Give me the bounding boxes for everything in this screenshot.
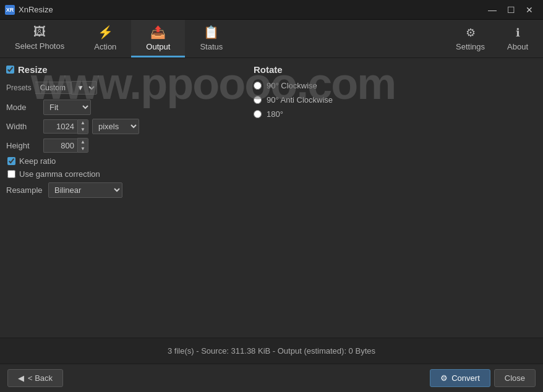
convert-button[interactable]: ⚙ Convert [430, 369, 490, 387]
output-icon: 📤 [150, 25, 166, 40]
tab-action-label: Action [94, 42, 116, 51]
width-input[interactable] [43, 119, 77, 134]
gamma-row: Use gamma correction [7, 169, 235, 179]
width-spin-buttons: ▲ ▼ [77, 119, 88, 134]
close-window-button[interactable]: ✕ [521, 3, 538, 17]
footer-right-buttons: ⚙ Convert Close [430, 369, 536, 387]
about-icon: ℹ [516, 26, 520, 40]
tab-output[interactable]: 📤 Output [131, 20, 185, 58]
width-row: Width ▲ ▼ pixels percent cm inches [6, 119, 235, 134]
action-icon: ⚡ [98, 25, 113, 40]
mode-label: Mode [6, 103, 43, 112]
width-increment[interactable]: ▲ [78, 120, 88, 127]
height-decrement[interactable]: ▼ [78, 145, 88, 152]
content-area: Resize Presets Custom ▼ Mode Fit Stretch… [0, 58, 543, 338]
keep-ratio-row: Keep ratio [7, 156, 235, 166]
navbar: 🖼 Select Photos ⚡ Action 📤 Output 📋 Stat… [0, 20, 543, 58]
resize-checkbox[interactable] [6, 66, 14, 74]
navbar-right: ⚙ Settings ℹ About [446, 20, 543, 58]
height-increment[interactable]: ▲ [78, 138, 88, 145]
keep-ratio-checkbox[interactable] [7, 157, 15, 165]
height-row: Height ▲ ▼ [6, 138, 235, 153]
rotate-90cw-label: 90° Clockwise [267, 81, 317, 90]
height-spinner: ▲ ▼ [43, 138, 88, 153]
tab-output-label: Output [146, 42, 170, 51]
settings-button[interactable]: ⚙ Settings [446, 26, 495, 51]
mode-select[interactable]: Fit Stretch Crop Canvas [43, 100, 91, 115]
rotate-90cw-row: 90° Clockwise [254, 81, 537, 90]
resize-section-header: Resize [6, 64, 235, 75]
width-spinner: ▲ ▼ [43, 119, 88, 134]
about-label: About [507, 42, 528, 51]
settings-icon: ⚙ [466, 26, 476, 40]
tab-select-photos[interactable]: 🖼 Select Photos [0, 20, 79, 58]
height-label: Height [6, 141, 43, 150]
presets-dropdown[interactable]: ▼ [71, 81, 97, 95]
tab-action[interactable]: ⚡ Action [79, 20, 131, 58]
width-label: Width [6, 122, 43, 131]
minimize-button[interactable]: — [484, 3, 501, 17]
rotate-section-title: Rotate [254, 64, 537, 75]
resample-label: Resample [6, 185, 43, 195]
custom-label[interactable]: Custom [35, 82, 71, 94]
convert-icon: ⚙ [440, 373, 448, 383]
footer-bar: ◀ < Back ⚙ Convert Close [0, 364, 543, 392]
presets-label: Presets [6, 83, 32, 92]
back-icon: ◀ [18, 373, 24, 383]
status-icon: 📋 [203, 25, 219, 40]
resample-select[interactable]: Bilinear Bicubic Lanczos Nearest [48, 182, 122, 198]
rotate-90cw-radio[interactable] [254, 82, 262, 90]
back-label: < Back [28, 373, 53, 383]
mode-row: Mode Fit Stretch Crop Canvas [6, 100, 235, 115]
rotate-180-radio[interactable] [254, 110, 262, 118]
close-button[interactable]: Close [494, 369, 536, 387]
presets-row: Presets Custom ▼ [6, 81, 235, 95]
rotate-90acw-row: 90° Anti Clockwise [254, 95, 537, 104]
tab-select-photos-label: Select Photos [15, 41, 64, 51]
tab-status[interactable]: 📋 Status [185, 20, 237, 58]
resize-panel: Resize Presets Custom ▼ Mode Fit Stretch… [6, 64, 235, 331]
rotate-panel: Rotate 90° Clockwise 90° Anti Clockwise … [241, 64, 537, 331]
rotate-180-label: 180° [267, 109, 283, 119]
app-title: XnResize [19, 5, 53, 14]
close-label: Close [505, 373, 525, 383]
gamma-checkbox[interactable] [7, 170, 15, 178]
back-button[interactable]: ◀ < Back [7, 369, 63, 387]
select-photos-icon: 🖼 [33, 25, 46, 39]
app-icon: XR [5, 5, 15, 15]
keep-ratio-label: Keep ratio [19, 156, 56, 166]
maximize-button[interactable]: ☐ [502, 3, 519, 17]
unit-select[interactable]: pixels percent cm inches [92, 119, 139, 134]
width-decrement[interactable]: ▼ [78, 127, 88, 134]
tab-status-label: Status [200, 42, 223, 51]
resize-section-title: Resize [18, 64, 48, 75]
gamma-label: Use gamma correction [19, 169, 100, 179]
navbar-left: 🖼 Select Photos ⚡ Action 📤 Output 📋 Stat… [0, 20, 237, 58]
rotate-90acw-label: 90° Anti Clockwise [267, 95, 333, 104]
rotate-180-row: 180° [254, 109, 537, 119]
title-bar-controls: — ☐ ✕ [484, 3, 538, 17]
resample-row: Resample Bilinear Bicubic Lanczos Neares… [6, 182, 235, 198]
about-button[interactable]: ℹ About [497, 26, 538, 51]
status-bar: 3 file(s) - Source: 311.38 KiB - Output … [0, 338, 543, 364]
height-input[interactable] [43, 138, 77, 153]
title-bar: XR XnResize — ☐ ✕ [0, 0, 543, 20]
height-spin-buttons: ▲ ▼ [77, 138, 88, 153]
title-bar-left: XR XnResize [5, 5, 53, 15]
settings-label: Settings [456, 42, 485, 51]
rotate-90acw-radio[interactable] [254, 96, 262, 104]
status-text: 3 file(s) - Source: 311.38 KiB - Output … [168, 346, 375, 356]
convert-label: Convert [451, 373, 480, 383]
